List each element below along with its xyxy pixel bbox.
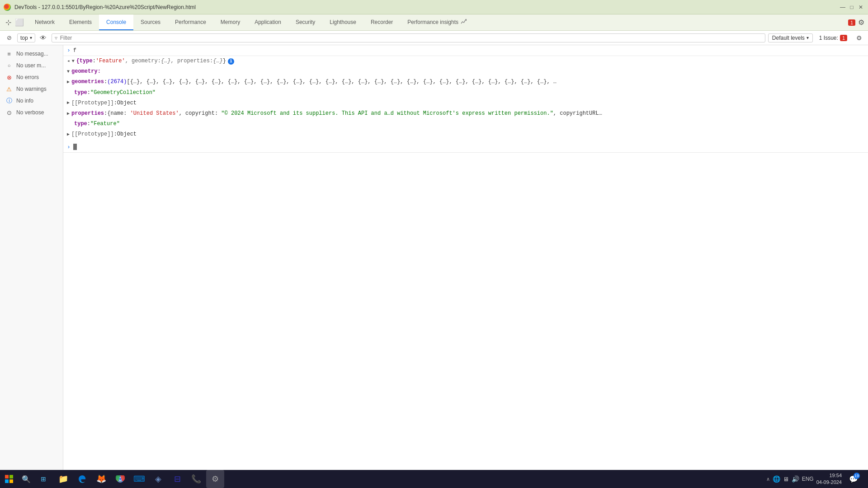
settings-icon[interactable]: ⚙ [858, 18, 864, 27]
start-button[interactable] [0, 470, 18, 488]
default-levels-button[interactable]: Default levels ▾ [768, 33, 813, 42]
task-view-button[interactable]: ⊞ [34, 470, 52, 488]
prototype-root-val: Object [117, 130, 137, 139]
sidebar-info[interactable]: ⓘ No info [0, 95, 63, 107]
console-sidebar: ≡ No messag... ○ No user m... ⊗ No error… [0, 45, 63, 470]
collapse-arrow[interactable]: ▼ [72, 58, 75, 65]
taskbar-chrome[interactable] [111, 470, 129, 488]
console-object-row: ◂ ▼ { type : 'Feature' , geometry: {…} ,… [63, 56, 868, 153]
taskbar-skype[interactable]: 📞 [187, 470, 205, 488]
chevron-down-icon-levels: ▾ [807, 35, 809, 40]
svg-rect-3 [5, 479, 9, 483]
context-label: top [20, 35, 28, 41]
issues-badge[interactable]: 1 Issue: 1 [816, 34, 851, 42]
val-type-feature: "Feature" [90, 120, 120, 128]
tree-type-feature-line: type : "Feature" [63, 119, 868, 129]
geometries-items: [{…}, {…}, {…}, {…}, {…}, {…}, {…}, {…},… [127, 78, 557, 86]
key-geometry: geometry: [71, 67, 101, 76]
lang-indicator[interactable]: ENG [802, 476, 814, 482]
expand-properties-arrow[interactable]: ▶ [67, 110, 70, 117]
expand-geometry-arrow[interactable]: ▼ [67, 68, 70, 75]
cursor [73, 144, 77, 150]
taskbar-edge[interactable] [73, 470, 91, 488]
expand-prototype-root[interactable]: ▶ [67, 131, 70, 138]
val-type-geometry: "GeometryCollection" [90, 89, 156, 97]
tray-network-icon[interactable]: 🌐 [773, 475, 780, 483]
tab-sources[interactable]: Sources [133, 14, 168, 30]
sidebar-user-messages[interactable]: ○ No user m... [0, 60, 63, 71]
sidebar-verbose[interactable]: ⊙ No verbose [0, 107, 63, 118]
maximize-button[interactable]: □ [848, 4, 855, 11]
devtools-left-icons: ⊹ ⬜ [2, 14, 28, 30]
tray-speaker-icon[interactable]: 🔊 [792, 475, 799, 483]
tab-memory[interactable]: Memory [213, 14, 247, 30]
title-bar-text: DevTools - 127.0.0.1:5501/ByRegion-%20Az… [14, 4, 835, 10]
taskbar: 🔍 ⊞ 📁 🦊 ⌨ ◈ ⊟ 📞 ⚙ ∧ 🌐 [0, 470, 868, 488]
main-area: ≡ No messag... ○ No user m... ⊗ No error… [0, 45, 868, 470]
tab-lighthouse[interactable]: Lighthouse [322, 14, 363, 30]
tree-prototype-geometry-line: ▶ [[Prototype]] : Object [63, 98, 868, 108]
tree-root-line: ◂ ▼ { type : 'Feature' , geometry: {…} ,… [63, 56, 868, 66]
verbose-icon: ⊙ [5, 109, 13, 116]
console-toolbar: ⊘ top ▾ 👁 ▿ Default levels ▾ 1 Issue: 1 … [0, 31, 868, 45]
prompt-arrow: › [67, 47, 71, 54]
user-messages-label: No user m... [16, 62, 46, 69]
expand-geometries-arrow[interactable]: ▶ [67, 79, 70, 86]
tab-recorder[interactable]: Recorder [363, 14, 400, 30]
chrome-taskbar-icon [116, 474, 125, 483]
taskbar-file-explorer[interactable]: 📁 [54, 470, 72, 488]
errors-icon: ⊗ [5, 74, 13, 81]
close-button[interactable]: ✕ [857, 4, 864, 11]
notification-count: 19 [854, 473, 860, 479]
tab-performance[interactable]: Performance [168, 14, 213, 30]
clear-console-button[interactable]: ⊘ [4, 33, 14, 43]
filter-box: ▿ [52, 33, 765, 42]
tab-console[interactable]: Console [99, 14, 133, 30]
context-selector[interactable]: top ▾ [17, 33, 35, 42]
prototype-root-key: [[Prototype]] [71, 130, 114, 139]
taskbar-devtools[interactable]: ⚙ [206, 470, 224, 488]
tab-performance-insights[interactable]: Performance insights [400, 14, 474, 30]
title-bar: DevTools - 127.0.0.1:5501/ByRegion-%20Az… [0, 0, 868, 14]
object-info-icon[interactable]: i [228, 58, 234, 65]
filter-icon: ▿ [55, 35, 57, 41]
tab-elements[interactable]: Elements [62, 14, 99, 30]
taskbar-apps: 📁 🦊 ⌨ ◈ ⊟ 📞 ⚙ [52, 470, 226, 488]
filter-input[interactable] [60, 35, 762, 41]
taskbar-app6[interactable]: ⊟ [168, 470, 186, 488]
search-button[interactable]: 🔍 [18, 471, 34, 487]
console-settings-button[interactable]: ⚙ [854, 33, 864, 43]
sidebar-warnings[interactable]: ⚠ No warnings [0, 83, 63, 95]
user-messages-icon: ○ [5, 62, 13, 69]
tab-application[interactable]: Application [247, 14, 288, 30]
prompt-f-text: f [73, 47, 76, 54]
eye-icon-button[interactable]: 👁 [38, 33, 49, 43]
errors-label: No errors [16, 74, 39, 80]
prototype-geometry-val: Object [117, 99, 137, 108]
issues-label: 1 Issue: [819, 35, 838, 41]
inspect-icon[interactable]: ⊹ [5, 18, 11, 27]
tree-prototype-root-line: ▶ [[Prototype]] : Object [63, 129, 868, 140]
info-label: No info [16, 98, 33, 104]
tab-network[interactable]: Network [28, 14, 62, 30]
tray-display-icon[interactable]: 🖥 [783, 476, 789, 483]
minimize-button[interactable]: — [839, 4, 846, 11]
windows-logo [5, 475, 13, 483]
taskbar-firefox[interactable]: 🦊 [92, 470, 110, 488]
notification-button[interactable]: 💬 19 [844, 470, 863, 488]
tray-chevron[interactable]: ∧ [766, 476, 770, 482]
sidebar-all-messages[interactable]: ≡ No messag... [0, 48, 63, 60]
tab-security[interactable]: Security [288, 14, 322, 30]
device-icon[interactable]: ⬜ [15, 18, 24, 27]
default-levels-label: Default levels [772, 35, 805, 41]
tab-bar: ⊹ ⬜ Network Elements Console Sources Per… [0, 14, 868, 31]
issues-count-badge: 1 [840, 35, 847, 41]
window-controls: — □ ✕ [839, 4, 864, 11]
taskbar-app5[interactable]: ◈ [149, 470, 167, 488]
taskbar-vscode[interactable]: ⌨ [130, 470, 148, 488]
left-arrow-icon[interactable]: ◂ [67, 57, 70, 66]
taskbar-clock[interactable]: 19:54 04-09-2024 [816, 472, 842, 486]
tree-geometries-line: ▶ geometries : (2674) [{…}, {…}, {…}, {…… [63, 77, 868, 87]
expand-prototype-geometry[interactable]: ▶ [67, 99, 70, 107]
sidebar-errors[interactable]: ⊗ No errors [0, 71, 63, 83]
